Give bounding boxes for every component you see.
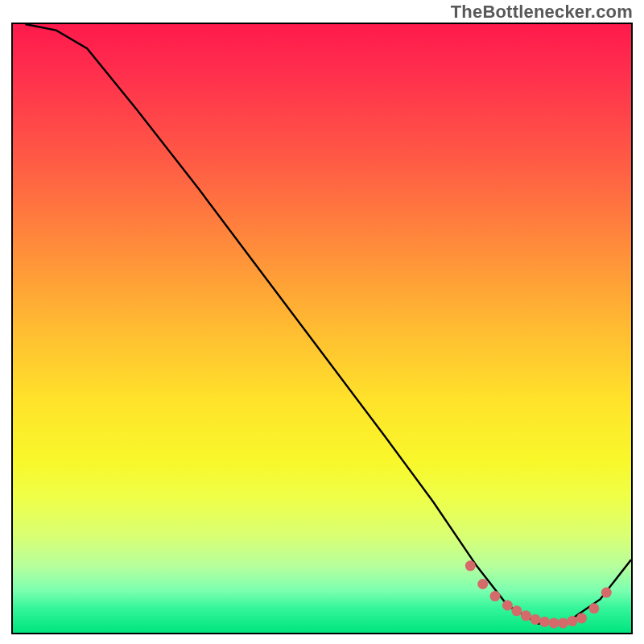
marker-dot (568, 616, 578, 626)
plot-area (11, 23, 633, 634)
highlight-markers (465, 560, 612, 628)
marker-dot (511, 605, 522, 616)
marker-dot (465, 560, 476, 571)
chart-container: TheBottlenecker.com (0, 0, 644, 644)
marker-dot (530, 614, 541, 625)
marker-dot (502, 601, 513, 611)
marker-dot (490, 591, 501, 601)
chart-overlay (13, 24, 631, 633)
marker-dot (539, 617, 550, 627)
curve-line (25, 24, 631, 624)
marker-dot (601, 588, 612, 598)
marker-dot (477, 579, 488, 589)
marker-dot (588, 603, 599, 613)
marker-dot (558, 617, 568, 628)
marker-dot (549, 617, 559, 628)
marker-dot (576, 613, 587, 623)
marker-dot (521, 610, 531, 621)
watermark-text: TheBottlenecker.com (451, 2, 633, 23)
